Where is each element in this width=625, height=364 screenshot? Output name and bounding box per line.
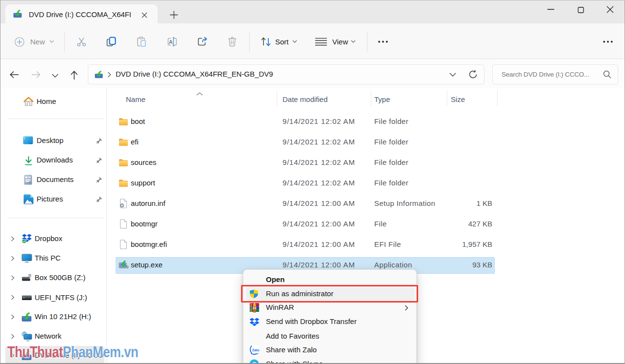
svg-text:A: A <box>169 39 173 45</box>
svg-text:Zalo: Zalo <box>252 348 260 352</box>
